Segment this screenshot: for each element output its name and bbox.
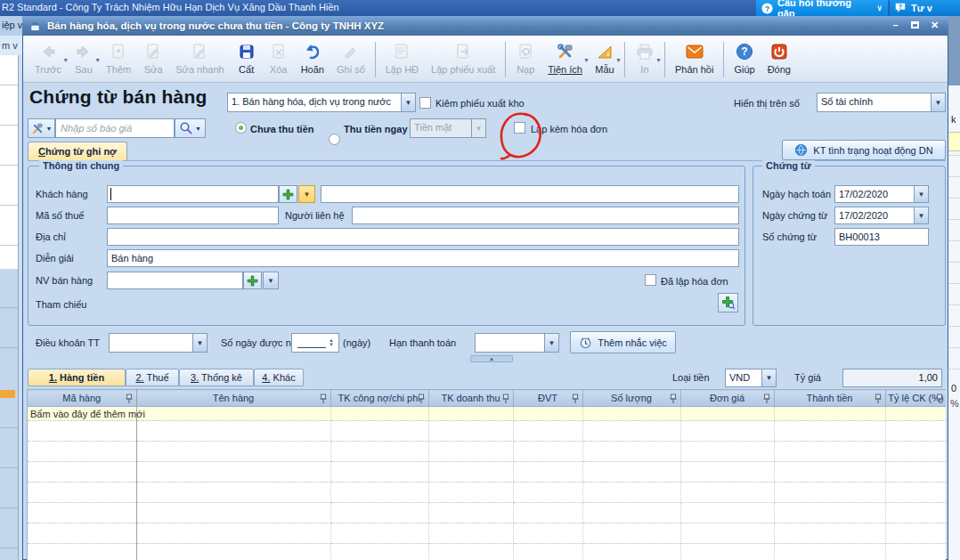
grid-cell[interactable] — [885, 462, 946, 483]
toolbar-edit-document-button[interactable]: Sửa — [137, 39, 169, 76]
grid-empty-row[interactable] — [28, 523, 946, 544]
toolbar-export-slip-button[interactable]: Lập phiếu xuất — [425, 39, 501, 76]
grid-empty-row[interactable] — [28, 421, 946, 442]
pin-icon[interactable] — [319, 394, 328, 406]
toolbar-delete-document-button[interactable]: Xóa — [263, 39, 295, 76]
toolbar-undo-button[interactable]: Hoãn — [295, 39, 330, 76]
grid-cell[interactable] — [774, 442, 885, 462]
grid-cell[interactable] — [582, 442, 680, 462]
grid-cell[interactable] — [136, 462, 330, 483]
grid-column-header[interactable]: ĐVT — [513, 390, 582, 407]
tab-thue[interactable]: 2. Thuế — [126, 369, 179, 386]
grid-cell[interactable] — [513, 442, 582, 462]
grid-cell[interactable] — [428, 523, 513, 544]
grid-cell[interactable] — [330, 442, 428, 462]
grid-column-header[interactable]: TK doanh thu — [428, 390, 513, 407]
grid-cell[interactable] — [136, 544, 330, 560]
grid-column-header[interactable]: TK công nợ/chi phí — [330, 390, 428, 407]
advisor-button[interactable]: ? Tư v — [889, 0, 960, 16]
grid-cell[interactable] — [513, 503, 582, 523]
grid-cell[interactable] — [428, 483, 513, 503]
close-button[interactable]: ✕ — [928, 19, 941, 31]
toolbar-help-button[interactable]: ?Giúp — [728, 39, 761, 76]
grid-cell[interactable] — [136, 421, 330, 442]
toolbar-template-button[interactable]: Mẫu▼ — [589, 39, 621, 76]
window-titlebar[interactable]: Bán hàng hóa, dịch vụ trong nước chưa th… — [22, 16, 948, 36]
grid-cell[interactable] — [136, 483, 330, 503]
thu-tien-ngay-radio[interactable] — [329, 134, 340, 145]
collapse-handle[interactable]: ▲ — [470, 355, 513, 362]
grid-empty-row[interactable] — [28, 462, 946, 483]
ngay-chung-tu-datepicker[interactable]: 17/02/2020 ▼ — [834, 207, 929, 224]
grid-cell[interactable] — [680, 442, 774, 462]
toolbar-print-button[interactable]: In▼ — [629, 39, 661, 76]
grid-cell[interactable] — [885, 544, 946, 560]
toolbar-invoice-button[interactable]: Lập HĐ — [379, 39, 425, 76]
ma-so-thue-input[interactable] — [107, 207, 279, 224]
so-chung-tu-input[interactable]: BH00013 — [834, 228, 929, 246]
grid-cell[interactable] — [28, 421, 136, 442]
grid-cell[interactable] — [513, 421, 582, 442]
kiem-phieu-checkbox[interactable] — [419, 97, 431, 109]
dieu-khoan-combobox[interactable]: ▼ — [109, 333, 207, 353]
grid-cell[interactable] — [513, 544, 582, 560]
khach-hang-name-input[interactable] — [321, 185, 739, 203]
toolbar-pencil-button[interactable]: Ghi sổ — [330, 39, 371, 76]
grid-empty-row[interactable] — [28, 544, 946, 560]
so-ngay-spinner[interactable]: ▲ ▼ — [291, 333, 339, 353]
pin-icon[interactable] — [501, 394, 510, 406]
grid-cell[interactable] — [885, 421, 946, 442]
pin-icon[interactable] — [571, 394, 580, 406]
grid-cell[interactable] — [513, 407, 582, 421]
toolbar-feedback-button[interactable]: Phản hồi — [669, 39, 720, 76]
tab-chung-tu-ghi-no[interactable]: Chứng từ ghi nợ — [28, 142, 127, 160]
grid-cell[interactable] — [885, 442, 946, 462]
khach-hang-dropdown-button[interactable]: ▼ — [298, 185, 315, 203]
grid-cell[interactable] — [680, 483, 774, 503]
han-thanh-toan-datepicker[interactable]: ▼ — [475, 333, 559, 353]
toolbar-forward-button[interactable]: Sau▼ — [68, 39, 100, 76]
nv-ban-hang-add-button[interactable] — [243, 272, 262, 289]
grid-empty-row[interactable] — [28, 442, 946, 462]
quote-number-input[interactable]: Nhập số báo giá — [55, 118, 175, 138]
grid-cell[interactable] — [774, 421, 885, 442]
grid-cell[interactable] — [582, 407, 680, 421]
grid-cell[interactable] — [136, 407, 330, 421]
grid-cell[interactable] — [582, 544, 680, 560]
toolbar-power-button[interactable]: Đóng — [761, 39, 797, 76]
grid-column-header[interactable]: Số lượng — [582, 390, 680, 407]
quote-tools-button[interactable]: ▼ — [28, 118, 55, 138]
grid-cell[interactable] — [885, 503, 946, 523]
grid-cell[interactable] — [513, 523, 582, 544]
chevron-down-icon[interactable]: ▼ — [931, 93, 946, 112]
grid-cell[interactable] — [774, 407, 885, 421]
grid-cell[interactable]: Bấm vào đây để thêm mới — [28, 407, 136, 421]
grid-cell[interactable] — [428, 442, 513, 462]
grid-cell[interactable] — [680, 523, 774, 544]
chevron-down-icon[interactable]: ▼ — [401, 93, 416, 112]
grid-cell[interactable] — [28, 544, 136, 560]
grid-cell[interactable] — [680, 544, 774, 560]
loai-tien-combobox[interactable]: VND ▼ — [725, 369, 777, 387]
grid-cell[interactable] — [680, 462, 774, 483]
toolbar-add-document-button[interactable]: Thêm — [100, 39, 137, 76]
grid-cell[interactable] — [582, 483, 680, 503]
grid-cell[interactable] — [330, 483, 428, 503]
grid-empty-row[interactable] — [28, 503, 946, 523]
tham-chieu-add-button[interactable] — [718, 293, 738, 312]
grid-cell[interactable] — [513, 462, 582, 483]
grid-cell[interactable] — [428, 544, 513, 560]
grid-cell[interactable] — [136, 523, 330, 544]
grid-cell[interactable] — [680, 421, 774, 442]
grid-cell[interactable] — [774, 483, 885, 503]
pin-icon[interactable] — [935, 394, 944, 406]
kt-status-button[interactable]: KT tình trạng hoạt động DN — [782, 140, 946, 160]
grid-cell[interactable] — [330, 523, 428, 544]
toolbar-reload-button[interactable]: Nạp — [509, 39, 541, 76]
khach-hang-add-button[interactable] — [279, 185, 297, 203]
nv-ban-hang-input[interactable] — [107, 272, 243, 289]
chevron-down-icon[interactable]: ▼ — [914, 207, 929, 224]
nguoi-lien-he-input[interactable] — [352, 207, 739, 224]
lap-kem-hoa-don-checkbox[interactable] — [514, 122, 525, 134]
grid-cell[interactable] — [774, 523, 885, 544]
